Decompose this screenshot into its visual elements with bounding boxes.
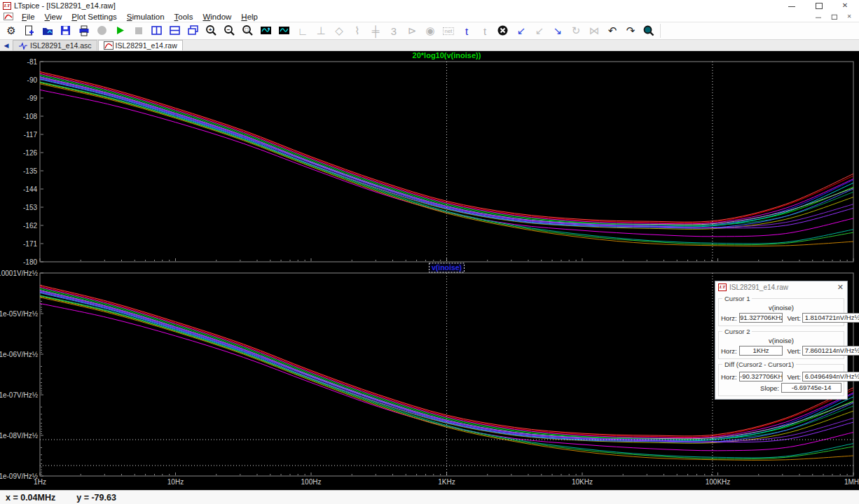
window-titlebar: LT LTspice - [ISL28291_e14.raw] ✕ [0,0,859,11]
cursor2-vert-label: Vert: [784,347,801,355]
tab-label: ISL28291_e14.raw [116,41,177,50]
document-waveform-icon [4,13,13,20]
cursor1-horz-label: Horz: [721,314,739,322]
search-icon[interactable] [640,23,657,38]
delete-icon[interactable] [495,23,511,38]
cursor2-trace: v(inoise) [721,337,841,344]
net-icon[interactable]: net [440,23,457,38]
svg-text:□: □ [245,27,249,33]
open-icon[interactable] [39,23,56,38]
close-icon[interactable]: ✕ [841,2,849,9]
capacitor-icon[interactable]: ╪ [367,23,384,38]
text-icon[interactable]: t [458,23,475,38]
cursor1-horz-value[interactable]: 91.327706KHz [739,313,783,323]
tile-horizontal-icon[interactable] [167,23,184,38]
menu-bar: FileViewPlot SettingsSimulationToolsWind… [0,11,859,22]
schematic-icon [18,41,28,50]
print-icon[interactable] [76,23,92,38]
menu-item-tools[interactable]: Tools [170,13,198,21]
cursor2-label: Cursor 2 [722,328,752,335]
undo-icon[interactable]: ↶ [604,23,621,38]
tab-bar: ◀ ISL28291_e14.ascISL28291_e14.raw [0,40,859,51]
menu-item-window[interactable]: Window [198,13,236,21]
y-axis-label: -90 [27,76,38,84]
zoom-out-icon[interactable]: − [221,23,238,38]
y-axis-label: 1e-08V/Hz½ [0,432,39,440]
autorange-icon[interactable] [258,23,275,38]
mdi-close-icon[interactable]: ✕ [846,14,853,20]
redo-icon[interactable]: ↷ [622,23,639,38]
ltspice-app-icon: LT [3,2,11,10]
tab-back-icon[interactable]: ◀ [0,40,13,50]
mirror-icon[interactable]: ⋈ [586,23,603,38]
status-bar: x = 0.04MHz y = -79.63 [0,490,859,504]
label-net-icon[interactable]: ◇ [331,23,348,38]
menu-item-simulation[interactable]: Simulation [122,13,170,21]
pause-icon[interactable] [94,23,111,38]
cursor2-vert-value[interactable]: 7.8601214nV/Hz½ [802,346,859,356]
resistor-icon[interactable]: ⌇ [349,23,366,38]
save-icon[interactable] [57,23,74,38]
cursor1-trace: v(inoise) [721,304,841,312]
pane1-title[interactable]: 20*log10(v(inoise)) [413,51,481,59]
y-axis-label: -162 [23,222,37,230]
cursor1-vert-value[interactable]: 1.8104721nV/Hz½ [802,313,859,323]
inductor-icon[interactable]: 3 [385,23,402,38]
cursor1-vert-label: Vert: [784,314,801,322]
diff-vert-label: Vert: [784,373,801,381]
cursor2-horz-value[interactable]: 1KHz [739,346,783,356]
x-axis-label: 10KHz [572,478,593,486]
spice-directive-icon[interactable]: t [476,23,493,38]
y-axis-label: -144 [23,186,37,193]
x-axis-label: 1KHz [438,478,455,486]
rotate-icon[interactable]: ↻ [568,23,584,38]
cursor-close-icon[interactable]: ✕ [837,283,844,292]
minimize-icon[interactable] [788,2,796,9]
y-axis-label: -153 [23,204,37,211]
mdi-restore-icon[interactable] [830,14,837,20]
pane2-title-selected[interactable]: v(inoise) [432,263,462,272]
tab-isl28291_e14.raw[interactable]: ISL28291_e14.raw [98,40,183,50]
cascade-windows-icon[interactable] [185,23,202,38]
stretch-icon[interactable]: ↘ [549,23,566,38]
cursor1-group: Cursor 1 v(inoise) Horz: 91.327706KHz Ve… [718,298,844,326]
tile-vertical-icon[interactable] [149,23,165,38]
control-panel-icon[interactable]: ⚙ [3,23,20,38]
slope-label: Slope: [751,384,779,392]
wire-icon[interactable]: ∟ [294,23,311,38]
y-axis-label: 1e-09V/Hz½ [0,472,39,480]
slope-value: -6.69745e-14 [781,383,841,393]
tab-isl28291_e14.asc[interactable]: ISL28291_e14.asc [13,40,97,50]
y-axis-label: -99 [27,94,38,102]
run-icon[interactable] [112,23,129,38]
drag-icon[interactable]: ↙ [531,23,548,38]
menu-item-help[interactable]: Help [236,13,263,21]
restore-icon[interactable] [814,2,823,9]
waveform-icon[interactable] [276,23,293,38]
menu-item-plot-settings[interactable]: Plot Settings [67,13,122,21]
diff-group: Diff (Cursor2 - Cursor1) Horz: -90.32770… [718,364,844,396]
cursor-window-titlebar[interactable]: LT ISL28291_e14.raw ✕ [715,281,847,293]
cursor-window[interactable]: LT ISL28291_e14.raw ✕ Cursor 1 v(inoise)… [715,281,848,400]
halt-icon[interactable] [130,23,147,38]
move-icon[interactable]: ↙ [513,23,530,38]
mdi-minimize-icon[interactable] [815,14,822,20]
component-icon[interactable]: ◉ [422,23,439,38]
zoom-in-icon[interactable]: + [203,23,220,38]
diff-label: Diff (Cursor2 - Cursor1) [722,360,796,368]
waveform-viewer: -81-90-99-108-117-126-135-144-153-162-17… [0,51,859,490]
cursor1-label: Cursor 1 [722,295,752,302]
y-axis-label: 1e-05V/Hz½ [0,310,39,318]
new-schematic-icon[interactable] [21,23,38,38]
diode-icon[interactable]: ⊳ [404,23,420,38]
status-y-readout: y = -79.63 [76,493,116,503]
menu-item-file[interactable]: File [17,13,40,21]
window-title: LTspice - [ISL28291_e14.raw] [14,1,116,10]
menu-item-view[interactable]: View [40,13,67,21]
cursor2-group: Cursor 2 v(inoise) Horz: 1KHz Vert: 7.86… [718,331,844,359]
cursor-window-title: ISL28291_e14.raw [729,284,788,291]
waveform-plot[interactable]: -81-90-99-108-117-126-135-144-153-162-17… [0,51,859,490]
ground-icon[interactable]: ⊥ [312,23,329,38]
x-axis-label: 1MHz [844,478,859,486]
zoom-full-icon[interactable]: □ [240,23,256,38]
